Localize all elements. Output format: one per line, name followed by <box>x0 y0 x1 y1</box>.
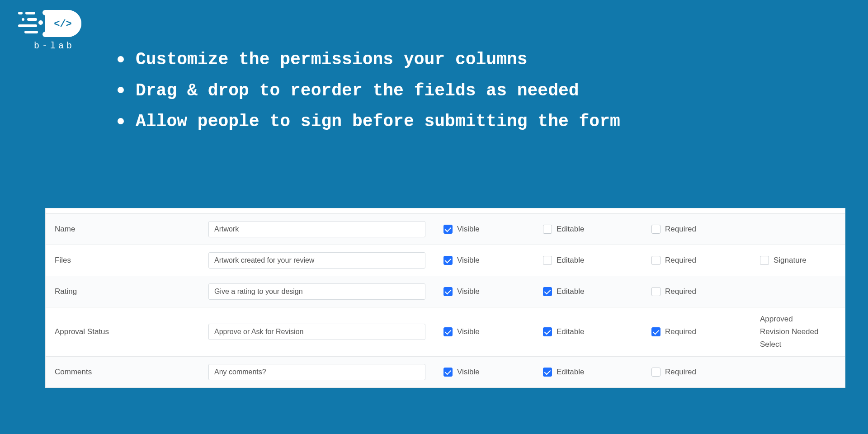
checkbox-box-icon <box>543 256 552 265</box>
bullet-item: Allow people to sign before submitting t… <box>118 107 841 137</box>
table-row[interactable]: NameVisibleEditableRequired <box>46 214 845 245</box>
visible-checkbox[interactable]: Visible <box>443 368 480 377</box>
svg-text:</>: </> <box>54 19 72 30</box>
permissions-table: NameVisibleEditableRequiredFilesVisibleE… <box>45 208 845 388</box>
field-name-label: Rating <box>46 284 199 299</box>
visible-checkbox-label: Visible <box>457 287 480 296</box>
signature-checkbox[interactable]: Signature <box>760 256 807 265</box>
svg-rect-2 <box>22 18 24 21</box>
checkbox-box-icon <box>443 225 453 234</box>
editable-checkbox-label: Editable <box>557 225 584 234</box>
checkbox-box-icon <box>443 327 453 336</box>
table-row[interactable]: Approval StatusVisibleEditableRequiredAp… <box>46 307 845 357</box>
visible-checkbox[interactable]: Visible <box>443 327 480 336</box>
table-row[interactable]: FilesVisibleEditableRequiredSignature <box>46 245 845 276</box>
table-header-strip <box>46 208 845 214</box>
field-description-input[interactable] <box>208 324 425 340</box>
required-checkbox[interactable]: Required <box>651 368 696 377</box>
required-checkbox[interactable]: Required <box>651 225 696 234</box>
visible-checkbox-label: Visible <box>457 368 480 377</box>
checkbox-box-icon <box>651 287 660 296</box>
editable-checkbox-label: Editable <box>557 368 584 377</box>
editable-checkbox[interactable]: Editable <box>543 225 584 234</box>
field-description-input[interactable] <box>208 221 425 237</box>
checkbox-box-icon <box>543 327 552 336</box>
visible-checkbox[interactable]: Visible <box>443 225 480 234</box>
required-checkbox-label: Required <box>665 368 696 377</box>
checkbox-box-icon <box>760 256 769 265</box>
required-checkbox-label: Required <box>665 225 696 234</box>
field-name-label: Name <box>46 222 199 236</box>
brand-logo: </> b-lab <box>18 10 90 51</box>
checkbox-box-icon <box>651 327 660 336</box>
required-checkbox-label: Required <box>665 287 696 296</box>
svg-rect-1 <box>25 12 35 14</box>
editable-checkbox[interactable]: Editable <box>543 256 584 265</box>
editable-checkbox[interactable]: Editable <box>543 287 584 296</box>
feature-bullet-list: Customize the permissions your columns D… <box>118 45 841 138</box>
field-name-label: Files <box>46 253 199 268</box>
status-option: Approved <box>760 315 818 324</box>
editable-checkbox-label: Editable <box>557 327 584 336</box>
checkbox-box-icon <box>443 368 453 377</box>
status-option: Select <box>760 340 818 349</box>
svg-rect-5 <box>24 31 38 33</box>
visible-checkbox[interactable]: Visible <box>443 256 480 265</box>
status-option: Revision Needed <box>760 327 818 336</box>
svg-rect-3 <box>27 18 37 21</box>
visible-checkbox[interactable]: Visible <box>443 287 480 296</box>
extra-cell: ApprovedRevision NeededSelect <box>751 312 845 352</box>
checkbox-box-icon <box>651 256 660 265</box>
signature-checkbox-label: Signature <box>774 256 807 265</box>
extra-cell: Signature <box>751 253 845 268</box>
checkbox-box-icon <box>543 368 552 377</box>
field-name-label: Comments <box>46 365 199 379</box>
logo-text: b-lab <box>18 41 90 51</box>
editable-checkbox-label: Editable <box>557 287 584 296</box>
checkbox-box-icon <box>651 368 660 377</box>
bullet-item: Drag & drop to reorder the fields as nee… <box>118 76 841 106</box>
svg-point-6 <box>38 20 43 25</box>
extra-cell <box>751 369 845 375</box>
checkbox-box-icon <box>651 225 660 234</box>
table-row[interactable]: RatingVisibleEditableRequired <box>46 276 845 307</box>
status-options-list: ApprovedRevision NeededSelect <box>760 315 818 349</box>
checkbox-box-icon <box>543 287 552 296</box>
svg-rect-4 <box>18 24 37 27</box>
visible-checkbox-label: Visible <box>457 256 480 265</box>
editable-checkbox[interactable]: Editable <box>543 368 584 377</box>
visible-checkbox-label: Visible <box>457 225 480 234</box>
field-description-input[interactable] <box>208 252 425 269</box>
checkbox-box-icon <box>443 287 453 296</box>
field-name-label: Approval Status <box>46 325 199 339</box>
extra-cell <box>751 226 845 232</box>
logo-mark-icon: </> <box>18 10 86 38</box>
bullet-item: Customize the permissions your columns <box>118 45 841 75</box>
checkbox-box-icon <box>543 225 552 234</box>
required-checkbox[interactable]: Required <box>651 327 696 336</box>
field-description-input[interactable] <box>208 364 425 380</box>
required-checkbox-label: Required <box>665 256 696 265</box>
visible-checkbox-label: Visible <box>457 327 480 336</box>
required-checkbox-label: Required <box>665 327 696 336</box>
checkbox-box-icon <box>443 256 453 265</box>
table-row[interactable]: CommentsVisibleEditableRequired <box>46 357 845 387</box>
editable-checkbox-label: Editable <box>557 256 584 265</box>
svg-rect-0 <box>18 12 23 14</box>
required-checkbox[interactable]: Required <box>651 287 696 296</box>
extra-cell <box>751 289 845 294</box>
required-checkbox[interactable]: Required <box>651 256 696 265</box>
editable-checkbox[interactable]: Editable <box>543 327 584 336</box>
field-description-input[interactable] <box>208 283 425 300</box>
